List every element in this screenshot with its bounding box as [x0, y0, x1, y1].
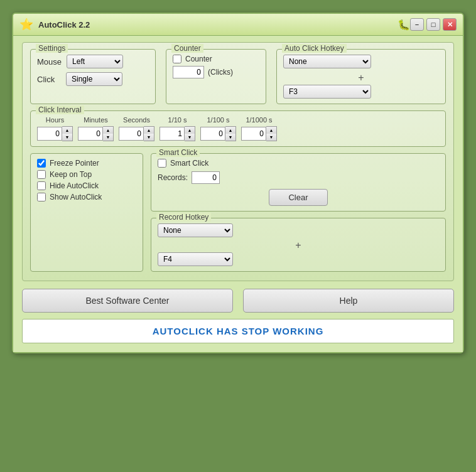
interval-section: Click Interval Hours ▲ ▼ — [30, 110, 446, 147]
mouse-label: Mouse — [37, 57, 62, 67]
tenth-down[interactable]: ▼ — [185, 134, 195, 141]
hours-col: Hours ▲ ▼ — [37, 116, 73, 141]
hours-header: Hours — [46, 116, 64, 124]
insect-icon: 🐛 — [398, 19, 410, 31]
tenth-up[interactable]: ▲ — [185, 127, 195, 134]
counter-input[interactable] — [173, 66, 204, 78]
thousandth-up[interactable]: ▲ — [266, 127, 276, 134]
app-icon: ⭐ — [19, 18, 33, 31]
interval-group: Click Interval Hours ▲ ▼ — [30, 110, 446, 147]
thousandth-spin-buttons: ▲ ▼ — [266, 126, 277, 141]
seconds-input[interactable] — [119, 127, 144, 141]
counter-checkbox-label: Counter — [185, 55, 212, 63]
seconds-spin: ▲ ▼ — [119, 126, 154, 141]
minutes-col: Minutes ▲ ▼ — [78, 116, 114, 141]
options-group: Freeze Pointer Keep on Top Hide AutoClic… — [30, 153, 143, 272]
clicks-row: (Clicks) — [173, 66, 259, 78]
auto-hotkey-top-select[interactable]: None Ctrl Alt Shift — [283, 55, 371, 68]
thousandth-down[interactable]: ▼ — [266, 134, 276, 141]
close-button[interactable]: ✕ — [443, 18, 457, 31]
smart-checkbox[interactable] — [158, 159, 166, 168]
hundredth-col: 1/100 s ▲ ▼ — [200, 116, 236, 141]
title-bar-buttons: − □ ✕ — [410, 18, 457, 31]
thousandth-input[interactable] — [241, 127, 266, 141]
clicks-label: (Clicks) — [208, 68, 233, 77]
mouse-row: Mouse Left Middle Right — [37, 55, 149, 68]
hundredth-up[interactable]: ▲ — [225, 127, 235, 134]
smart-checkbox-label: Smart Click — [170, 159, 208, 168]
counter-group: Counter Counter (Clicks) — [166, 49, 266, 104]
minutes-input[interactable] — [78, 127, 103, 141]
thousandth-col: 1/1000 s ▲ ▼ — [241, 116, 277, 141]
hundredth-input[interactable] — [200, 127, 225, 141]
main-window: ⭐ AutoClick 2.2 🐛 − □ ✕ Settings Mouse L… — [12, 13, 464, 353]
counter-label: Counter — [171, 44, 203, 53]
hours-up[interactable]: ▲ — [62, 127, 72, 134]
hours-spin-buttons: ▲ ▼ — [62, 126, 73, 141]
seconds-col: Seconds ▲ ▼ — [119, 116, 154, 141]
thousandth-header: 1/1000 s — [246, 116, 272, 124]
click-select[interactable]: Single Double — [66, 72, 122, 86]
records-input[interactable] — [192, 171, 220, 184]
counter-checkbox-row: Counter — [173, 55, 259, 63]
freeze-checkbox[interactable] — [37, 159, 46, 168]
hours-spin: ▲ ▼ — [37, 126, 73, 141]
hide-row: Hide AutoClick — [37, 181, 136, 190]
main-buttons-row: Best Software Center Help — [22, 289, 454, 313]
record-hotkey-bottom-select[interactable]: F4 F1 F2 F3 F5 — [158, 252, 233, 266]
show-checkbox[interactable] — [37, 193, 46, 201]
hours-down[interactable]: ▼ — [62, 134, 72, 141]
tenth-col: 1/10 s ▲ ▼ — [160, 116, 195, 141]
ontop-label: Keep on Top — [50, 170, 92, 179]
settings-label: Settings — [36, 44, 68, 53]
auto-hotkey-group: Auto Click Hotkey None Ctrl Alt Shift + … — [276, 49, 446, 104]
show-label: Show AutoClick — [50, 193, 102, 201]
title-bar: ⭐ AutoClick 2.2 🐛 − □ ✕ — [13, 14, 463, 36]
ontop-checkbox[interactable] — [37, 170, 46, 179]
minutes-down[interactable]: ▼ — [103, 134, 113, 141]
record-hotkey-label: Record Hotkey — [156, 213, 211, 222]
counter-checkbox[interactable] — [173, 55, 181, 63]
minimize-button[interactable]: − — [410, 18, 424, 31]
status-bar: AUTOCLICK HAS STOP WORKING — [22, 319, 454, 343]
interval-label: Click Interval — [36, 105, 84, 114]
hide-label: Hide AutoClick — [50, 181, 99, 190]
hundredth-down[interactable]: ▼ — [225, 134, 235, 141]
click-row: Click Single Double — [37, 72, 149, 86]
interval-columns: Hours ▲ ▼ Minutes — [37, 116, 439, 141]
maximize-button[interactable]: □ — [426, 18, 440, 31]
plus-sign-1: + — [283, 72, 439, 83]
window-body: Settings Mouse Left Middle Right Click S… — [13, 36, 463, 352]
software-center-button[interactable]: Best Software Center — [22, 289, 233, 313]
clear-button[interactable]: Clear — [269, 189, 327, 206]
tenth-input[interactable] — [160, 127, 185, 141]
tenth-header: 1/10 s — [168, 116, 187, 124]
click-label: Click — [37, 75, 61, 84]
hundredth-spin-buttons: ▲ ▼ — [225, 126, 236, 141]
main-panel: Settings Mouse Left Middle Right Click S… — [22, 42, 454, 281]
freeze-label: Freeze Pointer — [50, 159, 99, 168]
mouse-select[interactable]: Left Middle Right — [67, 55, 123, 68]
records-label: Records: — [158, 173, 188, 182]
hours-input[interactable] — [37, 127, 62, 141]
seconds-down[interactable]: ▼ — [144, 134, 154, 141]
help-button[interactable]: Help — [243, 289, 454, 313]
seconds-header: Seconds — [123, 116, 150, 124]
minutes-spin-buttons: ▲ ▼ — [103, 126, 114, 141]
smart-checkbox-row: Smart Click — [158, 159, 439, 168]
hundredth-header: 1/100 s — [207, 116, 229, 124]
record-hotkey-group: Record Hotkey None Ctrl Alt Shift + F4 F… — [151, 218, 446, 272]
seconds-spin-buttons: ▲ ▼ — [144, 126, 154, 141]
thousandth-spin: ▲ ▼ — [241, 126, 277, 141]
record-hotkey-top-select[interactable]: None Ctrl Alt Shift — [158, 223, 233, 237]
plus-sign-2: + — [158, 240, 439, 251]
auto-hotkey-bottom-select[interactable]: F3 F1 F2 F4 F5 — [283, 85, 371, 99]
minutes-header: Minutes — [84, 116, 108, 124]
minutes-up[interactable]: ▲ — [103, 127, 113, 134]
hide-checkbox[interactable] — [37, 181, 46, 190]
ontop-row: Keep on Top — [37, 170, 136, 179]
window-title: AutoClick 2.2 — [38, 20, 398, 30]
seconds-up[interactable]: ▲ — [144, 127, 154, 134]
smart-click-group: Smart Click Smart Click Records: Clear — [151, 153, 446, 212]
bottom-row: Freeze Pointer Keep on Top Hide AutoClic… — [30, 153, 446, 272]
